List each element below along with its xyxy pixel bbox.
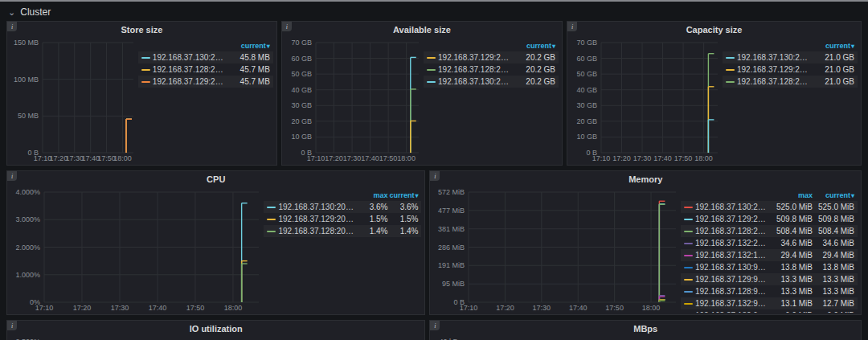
panel-header[interactable]: Available size bbox=[282, 22, 562, 38]
legend-row: 192.168.37.129:2018020.2 GB bbox=[424, 51, 559, 63]
legend-value: 6.9 MiB bbox=[813, 311, 854, 313]
chart-cpu[interactable]: 4.000%3.000%2.000%1.000%0%17:1017:2017:3… bbox=[10, 187, 264, 313]
panel-info-icon[interactable]: i bbox=[430, 171, 440, 181]
panel-title: CPU bbox=[207, 174, 225, 184]
legend-series-name[interactable]: 192.168.37.128:9100 bbox=[694, 287, 771, 296]
series-color-marker[interactable] bbox=[141, 57, 150, 59]
legend-series-name[interactable]: 192.168.37.129:20180 bbox=[276, 215, 357, 223]
series-color-marker[interactable] bbox=[427, 57, 436, 59]
legend-sort-header[interactable]: current▾ bbox=[813, 191, 854, 199]
y-axis-tick-label: 4.000% bbox=[15, 188, 40, 196]
series-color-marker[interactable] bbox=[684, 231, 693, 232]
chart-capacity-size[interactable]: 70 GB60 GB50 GB40 GB30 GB20 GB10 GB0 B17… bbox=[571, 38, 723, 163]
series-color-marker[interactable] bbox=[684, 279, 693, 281]
legend-series-name[interactable]: 192.168.37.130:20180 bbox=[151, 53, 230, 62]
panel-info-icon[interactable]: i bbox=[430, 321, 440, 330]
legend-value: 3.6% bbox=[387, 203, 418, 211]
legend-series-name[interactable]: 192.168.37.132:10080 bbox=[694, 251, 771, 260]
legend-series-name[interactable]: 192.168.37.128:20180 bbox=[276, 227, 357, 236]
row-title: Cluster bbox=[20, 6, 51, 18]
legend-series-name[interactable]: 192.168.37.132:9100 bbox=[694, 299, 771, 308]
legend-series-name[interactable]: 192.168.37.130:9100 bbox=[694, 263, 771, 272]
x-axis-tick-label: 17:10 bbox=[592, 154, 611, 162]
legend-series-name[interactable]: 192.168.37.128:20180 bbox=[436, 65, 515, 74]
legend-value: 20.2 GB bbox=[515, 53, 555, 62]
series-color-marker[interactable] bbox=[684, 219, 693, 220]
series-color-marker[interactable] bbox=[427, 69, 436, 71]
legend-series-name[interactable]: 192.168.37.128:20180 bbox=[735, 77, 814, 86]
legend-series-name[interactable]: 192.168.37.132:9091 bbox=[694, 311, 771, 313]
panel-info-icon[interactable]: i bbox=[7, 22, 17, 31]
legend-sort-header[interactable]: current▾ bbox=[387, 191, 418, 199]
chart-available-size[interactable]: 70 GB60 GB50 GB40 GB30 GB20 GB10 GB0 B17… bbox=[285, 38, 424, 163]
x-axis-tick-label: 17:20 bbox=[612, 154, 631, 162]
legend-series-name[interactable]: 192.168.37.129:20180 bbox=[151, 77, 230, 86]
series-color-marker[interactable] bbox=[726, 57, 735, 59]
legend-row: 192.168.37.130:20180525.0 MiB525.0 MiB bbox=[681, 201, 858, 213]
cluster-row-toggle[interactable]: ⌄ Cluster bbox=[0, 2, 868, 19]
legend-series-name[interactable]: 192.168.37.129:20180 bbox=[735, 65, 814, 74]
legend-sort-header[interactable]: max bbox=[771, 191, 813, 199]
legend-series-name[interactable]: 192.168.37.130:20180 bbox=[276, 203, 357, 211]
x-axis-tick-label: 17:20 bbox=[325, 154, 343, 162]
panel-header[interactable]: Memory bbox=[430, 171, 861, 187]
series-color-marker[interactable] bbox=[427, 81, 436, 83]
panel-store-size: iStore size150 MB100 MB50 MB0 B17:1017:2… bbox=[6, 21, 277, 166]
x-axis-tick-label: 17:50 bbox=[186, 304, 205, 312]
legend-sort-header[interactable]: current▾ bbox=[230, 42, 270, 50]
x-axis-tick-label: 17:50 bbox=[674, 154, 693, 162]
chart-io-utilization[interactable]: 2.500% bbox=[10, 337, 421, 340]
legend-series-name[interactable]: 192.168.37.129:20180 bbox=[694, 215, 771, 223]
panel-cpu: iCPU4.000%3.000%2.000%1.000%0%17:1017:20… bbox=[6, 170, 425, 315]
legend-series-name[interactable]: 192.168.37.130:20180 bbox=[735, 53, 814, 62]
panel-info-icon[interactable]: i bbox=[7, 171, 17, 181]
panel-info-icon[interactable]: i bbox=[282, 22, 292, 31]
x-axis-tick-label: 18:00 bbox=[694, 154, 713, 162]
series-color-marker[interactable] bbox=[726, 69, 735, 71]
series-color-marker[interactable] bbox=[267, 231, 276, 232]
chart-store-size[interactable]: 150 MB100 MB50 MB0 B17:1017:2017:3017:40… bbox=[10, 38, 138, 163]
legend-header-row: maxcurrent▾ bbox=[264, 189, 421, 201]
y-axis-tick-label: 150 MB bbox=[14, 39, 39, 47]
legend-series-name[interactable]: 192.168.37.132:2379 bbox=[694, 239, 771, 248]
series-color-marker[interactable] bbox=[684, 207, 693, 208]
legend-series-name[interactable]: 192.168.37.128:20180 bbox=[694, 227, 771, 236]
panel-header[interactable]: Capacity size bbox=[567, 22, 861, 38]
chart-memory[interactable]: 572 MiB477 MiB381 MiB286 MiB191 MiB95 Mi… bbox=[433, 187, 681, 313]
legend-series-name[interactable]: 192.168.37.129:9100 bbox=[694, 275, 771, 284]
legend-value: 13.3 MiB bbox=[771, 275, 813, 284]
legend-value: 21.0 GB bbox=[814, 77, 854, 86]
panel-info-icon[interactable]: i bbox=[7, 321, 17, 330]
panel-header[interactable]: IO utilization bbox=[7, 321, 424, 337]
legend-sort-header[interactable]: max bbox=[357, 191, 387, 199]
chart-svg: 4.000%3.000%2.000%1.000%0%17:1017:2017:3… bbox=[10, 187, 264, 313]
panel-info-icon[interactable]: i bbox=[567, 22, 577, 31]
legend-series-name[interactable]: 192.168.37.129:20180 bbox=[436, 53, 515, 62]
series-color-marker[interactable] bbox=[141, 81, 150, 83]
legend-value: 21.0 GB bbox=[814, 65, 854, 74]
legend-row: 192.168.37.130:2018020.2 GB bbox=[424, 76, 559, 88]
legend-row: 192.168.37.130:910013.8 MiB13.8 MiB bbox=[681, 261, 858, 273]
sort-caret-icon: ▾ bbox=[552, 43, 555, 50]
series-color-marker[interactable] bbox=[684, 303, 693, 305]
legend-sort-header[interactable]: current▾ bbox=[515, 42, 555, 50]
legend-series-name[interactable]: 192.168.37.130:20180 bbox=[694, 203, 771, 211]
panel-header[interactable]: CPU bbox=[7, 171, 424, 187]
legend-sort-header[interactable]: current▾ bbox=[814, 42, 854, 50]
chart-mbps[interactable]: 40 kBs bbox=[433, 337, 858, 340]
y-axis-tick-label: 50 MB bbox=[18, 112, 39, 120]
panel-header[interactable]: MBps bbox=[430, 321, 861, 337]
legend-series-name[interactable]: 192.168.37.128:20180 bbox=[151, 65, 230, 74]
series-color-marker[interactable] bbox=[684, 255, 693, 256]
series-color-marker[interactable] bbox=[267, 219, 276, 220]
legend-row: 192.168.37.128:201801.4%1.4% bbox=[264, 225, 421, 237]
series-color-marker[interactable] bbox=[684, 291, 693, 293]
series-color-marker[interactable] bbox=[267, 207, 276, 208]
series-color-marker[interactable] bbox=[684, 267, 693, 268]
series-color-marker[interactable] bbox=[684, 243, 693, 244]
series-color-marker[interactable] bbox=[141, 69, 150, 71]
panel-header[interactable]: Store size bbox=[7, 22, 276, 38]
series-color-marker[interactable] bbox=[726, 81, 735, 83]
legend-row: 192.168.37.128:2018021.0 GB bbox=[723, 76, 858, 88]
legend-series-name[interactable]: 192.168.37.130:20180 bbox=[436, 77, 515, 86]
